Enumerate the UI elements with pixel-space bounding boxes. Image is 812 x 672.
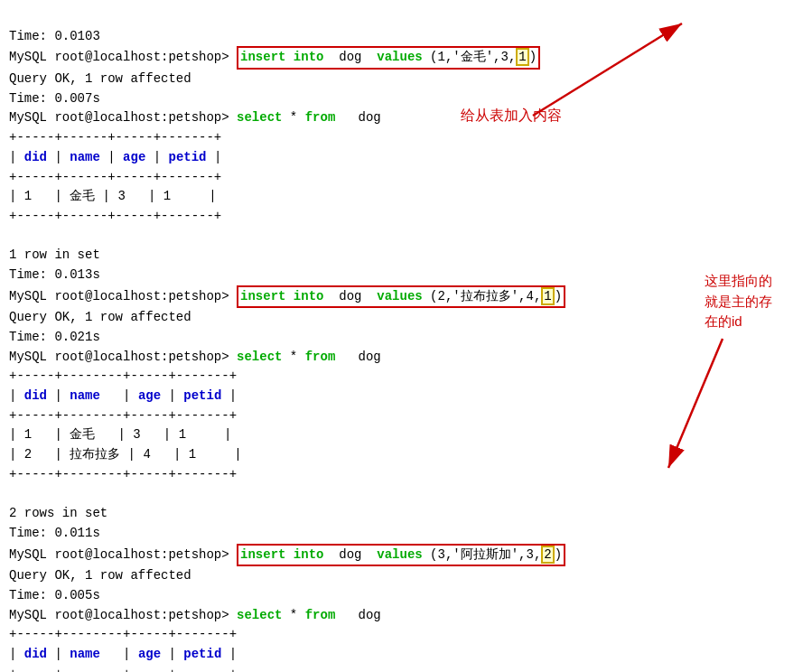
time-line-0: Time: 0.0103 MySQL root@localhost:petsho… — [9, 29, 237, 65]
insert-cmd-2: insert into dog values (2,'拉布拉多',4,1) — [237, 285, 565, 309]
terminal-output: Time: 0.0103 MySQL root@localhost:petsho… — [0, 0, 812, 672]
insert-cmd-3: insert into dog values (3,'阿拉斯加',3,2) — [237, 544, 565, 567]
annotation-label2: 这里指向的 就是主的存 在的id — [705, 271, 795, 332]
insert-cmd-1: insert into dog values (1,'金毛',3,1) — [237, 46, 540, 70]
annotation-label1: 给从表加入内容 — [461, 107, 562, 126]
